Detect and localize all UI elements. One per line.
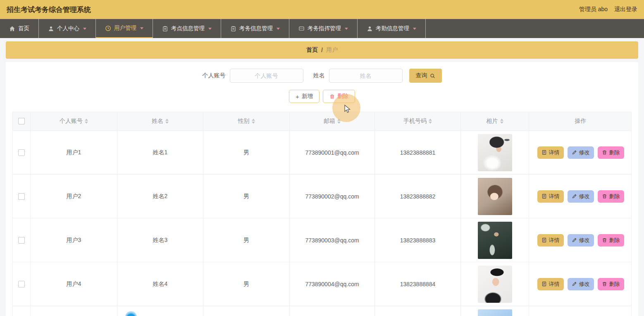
row-checkbox[interactable] — [18, 193, 25, 200]
trash-icon — [602, 237, 607, 243]
column-header-label: 性别 — [238, 117, 250, 125]
name-input[interactable] — [329, 69, 403, 83]
row-checkbox[interactable] — [18, 149, 25, 156]
nav-item-4[interactable]: 考点信息管理 — [153, 19, 221, 38]
trash-icon — [602, 281, 607, 287]
logout-link[interactable]: 退出登录 — [614, 6, 637, 13]
cell-email: 773890001@qq.com — [290, 131, 375, 174]
edit-button[interactable]: 修改 — [568, 278, 594, 290]
name-label: 姓名 — [313, 72, 325, 79]
nav-item-7[interactable]: 考勤信息管理 — [358, 19, 426, 38]
chevron-down-icon — [277, 28, 280, 30]
delete-button[interactable]: 删除 — [598, 146, 624, 159]
table-row: 用户3姓名3男773890003@qq.com13823888883详情修改删除 — [13, 218, 631, 262]
cell-gender: 男 — [203, 218, 290, 262]
actions-cell: 详情修改删除 — [529, 218, 632, 262]
sort-carets-icon[interactable] — [500, 119, 503, 124]
edit-button[interactable]: 修改 — [568, 146, 594, 159]
account-input[interactable] — [230, 69, 303, 83]
cell-email: 773890002@qq.com — [290, 175, 375, 218]
table-row: 详情修改删除 — [13, 306, 631, 316]
top-header: 招生考试考务综合管理系统 管理员 abo 退出登录 — [0, 0, 644, 19]
select-all-header-cell — [13, 112, 31, 130]
sort-carets-icon[interactable] — [252, 119, 255, 124]
users-table: 个人账号姓名性别邮箱手机号码相片操作用户1姓名1男773890001@qq.co… — [12, 112, 632, 316]
photo-cell — [461, 262, 529, 306]
account-label: 个人账号 — [203, 72, 226, 79]
user-photo — [478, 309, 512, 316]
nav-item-1[interactable]: 首页 — [0, 19, 39, 38]
nav-item-label: 考点信息管理 — [171, 25, 205, 32]
breadcrumb: 首页 / 用户 — [6, 41, 638, 59]
pencil-icon — [572, 150, 577, 155]
trash-icon — [329, 94, 335, 99]
chevron-down-icon — [208, 28, 212, 30]
search-form: 个人账号 姓名 查询 — [12, 69, 632, 83]
topbar-right: 管理员 abo 退出登录 — [579, 6, 637, 13]
home-icon — [9, 26, 15, 32]
cell-gender: 男 — [203, 175, 290, 218]
cell-name: 姓名2 — [117, 175, 203, 218]
chevron-down-icon — [83, 28, 86, 30]
add-button-label: 新增 — [302, 93, 313, 100]
sort-carets-icon[interactable] — [429, 119, 432, 124]
nav-item-label: 个人中心 — [57, 25, 79, 32]
batch-delete-button[interactable]: 删除 — [323, 90, 355, 103]
nav-item-6[interactable]: 考务指挥管理 — [289, 19, 358, 38]
nav-item-label: 首页 — [18, 25, 29, 32]
cell-name: 姓名4 — [117, 262, 203, 306]
sort-carets-icon[interactable] — [165, 119, 169, 124]
nav-item-3[interactable]: 用户管理 — [96, 19, 153, 38]
pencil-icon — [572, 237, 577, 243]
detail-button[interactable]: 详情 — [537, 278, 564, 290]
column-header-phone: 手机号码 — [375, 112, 461, 130]
cell-account — [31, 306, 117, 316]
detail-button[interactable]: 详情 — [537, 190, 564, 203]
cell-name: 姓名1 — [117, 131, 203, 174]
sort-carets-icon[interactable] — [337, 119, 341, 124]
column-header-gender: 性别 — [203, 112, 290, 130]
breadcrumb-current: 用户 — [326, 46, 338, 54]
chevron-down-icon — [413, 28, 416, 30]
nav-item-2[interactable]: 个人中心 — [39, 19, 96, 38]
sort-carets-icon[interactable] — [85, 119, 88, 124]
delete-button[interactable]: 删除 — [598, 234, 624, 247]
edit-button[interactable]: 修改 — [568, 234, 594, 247]
content-card: 个人账号 姓名 查询 + 新增 删除 个人账号姓名性别邮箱手机号码相片操作用户1… — [6, 62, 638, 316]
plus-icon: + — [296, 93, 299, 100]
user-photo — [478, 266, 512, 303]
nav-item-5[interactable]: 考务信息管理 — [221, 19, 289, 38]
actions-cell: 详情修改删除 — [529, 262, 632, 306]
add-button[interactable]: + 新增 — [289, 90, 320, 103]
column-header-account: 个人账号 — [31, 112, 117, 130]
user-icon — [367, 26, 373, 32]
edit-button[interactable]: 修改 — [568, 190, 594, 203]
table-row: 用户1姓名1男773890001@qq.com13823888881详情修改删除 — [13, 131, 631, 175]
cell-phone: 13823888882 — [375, 175, 461, 218]
query-button-label: 查询 — [416, 72, 427, 79]
clipboard-icon — [230, 26, 236, 32]
app-title: 招生考试考务综合管理系统 — [7, 5, 91, 14]
cell-name: 姓名3 — [117, 218, 203, 262]
row-checkbox-cell — [13, 175, 31, 218]
query-button[interactable]: 查询 — [409, 69, 442, 83]
detail-button[interactable]: 详情 — [537, 234, 564, 247]
row-checkbox-cell — [13, 262, 31, 306]
cell-phone: 13823888884 — [375, 262, 461, 306]
cell-account: 用户3 — [31, 218, 117, 262]
message-icon — [298, 26, 305, 32]
delete-button[interactable]: 删除 — [598, 278, 624, 290]
cell-account: 用户4 — [31, 262, 117, 306]
breadcrumb-home-link[interactable]: 首页 — [306, 46, 318, 54]
select-all-checkbox[interactable] — [18, 118, 25, 124]
detail-button[interactable]: 详情 — [537, 146, 564, 159]
row-checkbox-cell — [13, 131, 31, 174]
column-header-label: 邮箱 — [324, 117, 335, 125]
breadcrumb-separator: / — [321, 47, 323, 53]
cell-email: 773890004@qq.com — [290, 262, 375, 306]
actions-cell: 详情修改删除 — [529, 306, 632, 316]
delete-button[interactable]: 删除 — [598, 190, 624, 203]
row-checkbox[interactable] — [18, 237, 25, 244]
photo-cell — [461, 218, 529, 262]
row-checkbox[interactable] — [18, 281, 25, 287]
